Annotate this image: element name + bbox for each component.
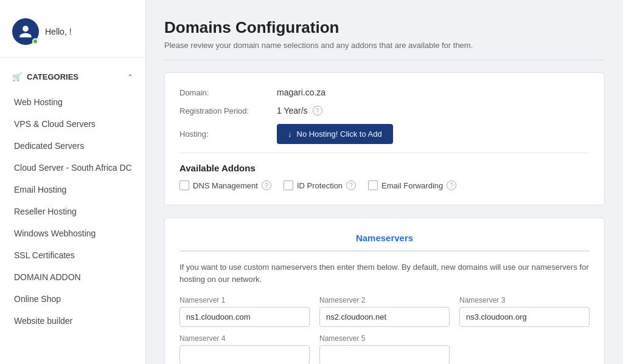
cart-icon: 🛒 — [12, 72, 22, 81]
domain-row: Domain: magari.co.za — [179, 88, 590, 97]
online-dot — [32, 38, 38, 44]
sidebar-nav: Web Hosting VPS & Cloud Servers Dedicate… — [0, 91, 145, 332]
divider — [179, 153, 590, 153]
avatar — [12, 18, 39, 45]
ns1-field: Nameserver 1 — [179, 296, 310, 327]
dns-management-info-icon[interactable]: ? — [262, 180, 271, 190]
addons-title: Available Addons — [179, 163, 590, 173]
sidebar-item-domain-addon[interactable]: DOMAIN ADDON — [0, 266, 145, 288]
nameservers-grid-bottom: Nameserver 4 Nameserver 5 — [179, 334, 590, 364]
no-hosting-button[interactable]: ↓ No Hosting! Click to Add — [277, 124, 393, 144]
sidebar-item-dedicated[interactable]: Dedicated Servers — [0, 135, 145, 157]
categories-title: 🛒 CATEGORIES — [12, 72, 78, 81]
addons-row: DNS Management ? ID Protection ? Email F… — [179, 180, 590, 190]
hosting-label: Hosting: — [179, 129, 277, 139]
sidebar-item-ssl[interactable]: SSL Certificates — [0, 244, 145, 266]
sidebar: Hello, ! 🛒 CATEGORIES ⌃ Web Hosting VPS … — [0, 0, 146, 364]
reg-period-row: Registration Period: 1 Year/s ? — [179, 106, 590, 115]
reg-period-info-icon[interactable]: ? — [313, 106, 322, 115]
main-content: Domains Configuration Please review your… — [146, 0, 623, 364]
categories-header: 🛒 CATEGORIES ⌃ — [0, 67, 145, 86]
id-protection-info-icon[interactable]: ? — [346, 180, 356, 190]
sidebar-item-cloud-sa[interactable]: Cloud Server - South Africa DC — [0, 157, 145, 179]
ns5-input[interactable] — [319, 345, 450, 364]
sidebar-item-email-hosting[interactable]: Email Hosting — [0, 179, 145, 201]
email-forwarding-label: Email Forwarding — [381, 181, 443, 190]
ns1-label: Nameserver 1 — [179, 296, 310, 304]
ns1-input[interactable] — [179, 307, 310, 327]
page-title: Domains Configuration — [164, 18, 605, 37]
addon-id-protection: ID Protection ? — [284, 180, 356, 190]
sidebar-item-reseller[interactable]: Reseller Hosting — [0, 201, 145, 222]
email-forwarding-info-icon[interactable]: ? — [447, 180, 456, 190]
ns2-input[interactable] — [319, 307, 450, 327]
email-forwarding-checkbox[interactable] — [368, 180, 378, 190]
ns-empty-field — [459, 334, 590, 364]
page-subtitle: Please review your domain name selection… — [164, 41, 605, 60]
sidebar-item-windows[interactable]: Windows Webhosting — [0, 222, 145, 244]
ns3-field: Nameserver 3 — [459, 296, 590, 327]
ns4-label: Nameserver 4 — [179, 334, 310, 343]
greeting-text: Hello, ! — [45, 27, 72, 36]
ns2-field: Nameserver 2 — [319, 296, 450, 327]
addon-dns-management: DNS Management ? — [179, 180, 271, 190]
domain-config-card: Domain: magari.co.za Registration Period… — [164, 72, 605, 205]
reg-period-value: 1 Year/s ? — [277, 106, 322, 115]
ns2-label: Nameserver 2 — [319, 296, 450, 304]
id-protection-checkbox[interactable] — [284, 180, 293, 190]
sidebar-item-online-shop[interactable]: Online Shop — [0, 288, 145, 310]
addon-email-forwarding: Email Forwarding ? — [368, 180, 456, 190]
sidebar-item-web-hosting[interactable]: Web Hosting — [0, 91, 145, 113]
ns4-input[interactable] — [179, 345, 310, 364]
nameservers-description: If you want to use custom nameservers th… — [179, 261, 590, 285]
chevron-up-icon[interactable]: ⌃ — [127, 73, 133, 81]
domain-label: Domain: — [179, 88, 277, 97]
reg-period-label: Registration Period: — [179, 106, 277, 115]
ns5-label: Nameserver 5 — [319, 334, 450, 343]
id-protection-label: ID Protection — [297, 181, 343, 190]
sidebar-item-website-builder[interactable]: Website builder — [0, 310, 145, 332]
nameservers-card: Nameservers If you want to use custom na… — [164, 218, 605, 364]
ns5-field: Nameserver 5 — [319, 334, 450, 364]
user-section: Hello, ! — [0, 12, 145, 58]
user-icon — [18, 24, 33, 39]
server-icon: ↓ — [288, 129, 292, 139]
nameservers-header: Nameservers — [179, 233, 590, 252]
dns-management-checkbox[interactable] — [179, 180, 189, 190]
nameservers-grid-top: Nameserver 1 Nameserver 2 Nameserver 3 — [179, 296, 590, 327]
ns4-field: Nameserver 4 — [179, 334, 310, 364]
hosting-row: Hosting: ↓ No Hosting! Click to Add — [179, 124, 590, 144]
ns3-label: Nameserver 3 — [459, 296, 590, 304]
sidebar-item-vps[interactable]: VPS & Cloud Servers — [0, 113, 145, 135]
dns-management-label: DNS Management — [193, 181, 258, 190]
ns3-input[interactable] — [459, 307, 590, 327]
domain-value: magari.co.za — [277, 88, 325, 97]
